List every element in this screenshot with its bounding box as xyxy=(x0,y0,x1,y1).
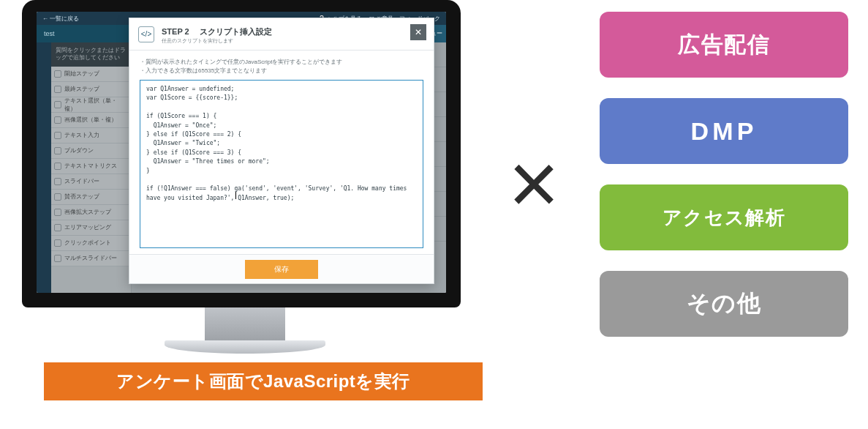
multiply-icon: × xyxy=(508,139,559,227)
save-button[interactable]: 保存 xyxy=(245,260,318,279)
pill-other: その他 xyxy=(600,271,848,337)
script-icon: </> xyxy=(138,26,154,42)
modal-notes: ・質問が表示されたタイミングで任意のJavaScriptを実行することができます… xyxy=(129,51,434,80)
pill-access-analytics: アクセス解析 xyxy=(600,184,848,250)
caption-bar: アンケート画面でJavaScriptを実行 xyxy=(44,362,483,400)
monitor-bezel: ← 一覧に戻る ❔ ヘルプを見る ✉ ご意見・フィードバック test ⋯ 質問… xyxy=(22,0,461,307)
text-caret-icon xyxy=(235,192,236,199)
monitor-column: ← 一覧に戻る ❔ ヘルプを見る ✉ ご意見・フィードバック test ⋯ 質問… xyxy=(0,0,468,400)
pill-dmp: DMP xyxy=(600,98,848,164)
modal-note-2: ・入力できる文字数は65535文字までとなります xyxy=(140,67,423,75)
script-settings-modal: </> STEP 2 スクリプト挿入設定 任意のスクリプトを実行します ✕ ・質… xyxy=(129,18,434,284)
back-link[interactable]: ← 一覧に戻る xyxy=(42,15,79,23)
modal-step-label: STEP 2 xyxy=(162,27,189,36)
modal-close-button[interactable]: ✕ xyxy=(410,24,426,40)
tool-rail xyxy=(37,42,51,293)
pill-ad-delivery: 広告配信 xyxy=(600,12,848,78)
modal-header: </> STEP 2 スクリプト挿入設定 任意のスクリプトを実行します ✕ xyxy=(129,18,434,51)
integration-pills: 広告配信 DMP アクセス解析 その他 xyxy=(600,0,848,337)
monitor-stand-neck xyxy=(205,307,285,340)
modal-note-1: ・質問が表示されたタイミングで任意のJavaScriptを実行することができます xyxy=(140,58,423,67)
modal-footer: 保存 xyxy=(129,254,434,283)
monitor-screen: ← 一覧に戻る ❔ ヘルプを見る ✉ ご意見・フィードバック test ⋯ 質問… xyxy=(37,12,446,293)
modal-title: スクリプト挿入設定 xyxy=(200,27,272,36)
project-name: test xyxy=(37,30,124,37)
monitor-stand-base xyxy=(165,340,325,354)
modal-subtitle: 任意のスクリプトを実行します xyxy=(162,38,272,44)
script-textarea[interactable]: var Q1Answer = undefined; var Q1Score = … xyxy=(140,80,423,248)
diagram-stage: ← 一覧に戻る ❔ ヘルプを見る ✉ ご意見・フィードバック test ⋯ 質問… xyxy=(0,0,868,410)
multiply-column: × xyxy=(468,0,600,410)
